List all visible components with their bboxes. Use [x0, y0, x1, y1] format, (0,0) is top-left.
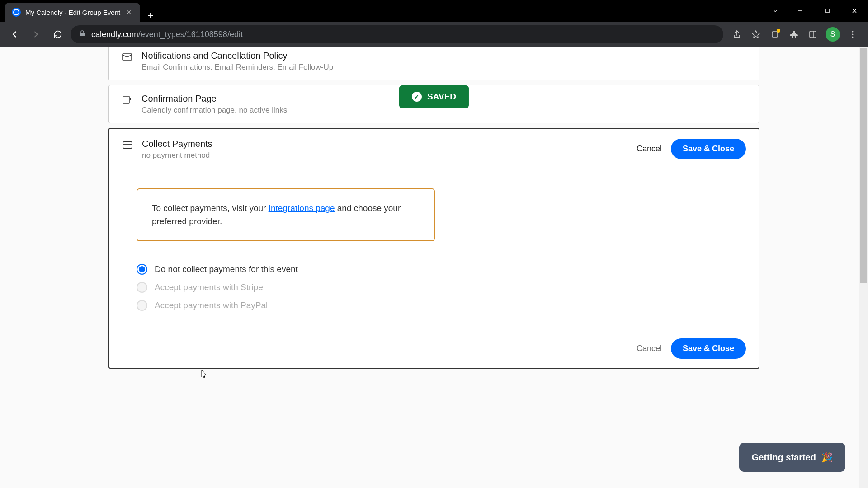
save-close-button-bottom[interactable]: Save & Close	[671, 338, 746, 359]
toast-label: SAVED	[427, 92, 456, 102]
svg-point-7	[852, 34, 854, 35]
url-text: calendly.com/event_types/161108598/edit	[91, 30, 243, 39]
section-notifications[interactable]: Notifications and Cancellation Policy Em…	[108, 47, 760, 80]
saved-toast: ✓ SAVED	[399, 85, 469, 108]
radio-paypal: Accept payments with PayPal	[137, 300, 731, 311]
extension-icon[interactable]	[769, 28, 781, 41]
close-window-button[interactable]	[841, 0, 868, 22]
tab-title: My Calendly - Edit Group Event	[25, 9, 120, 16]
new-tab-button[interactable]: +	[140, 9, 161, 22]
svg-rect-3	[772, 32, 778, 37]
cancel-link-top[interactable]: Cancel	[637, 144, 662, 154]
radio-no-payments[interactable]: Do not collect payments for this event	[137, 264, 731, 275]
profile-avatar[interactable]: S	[826, 27, 840, 42]
svg-rect-1	[826, 9, 829, 13]
integration-notice: To collect payments, visit your Integrat…	[137, 188, 435, 241]
radio-icon	[137, 282, 147, 293]
maximize-button[interactable]	[814, 0, 841, 22]
close-tab-icon[interactable]: ×	[125, 8, 133, 16]
page-viewport: ▲ Notifications and Cancellation Policy …	[0, 47, 868, 488]
cursor-icon	[199, 369, 208, 382]
payment-radio-group: Do not collect payments for this event A…	[137, 264, 731, 311]
radio-label: Accept payments with PayPal	[155, 300, 268, 310]
minimize-button[interactable]	[787, 0, 814, 22]
extensions-icon[interactable]	[788, 28, 800, 41]
address-bar[interactable]: calendly.com/event_types/161108598/edit	[71, 25, 723, 43]
reload-button[interactable]	[49, 25, 67, 43]
svg-rect-9	[123, 54, 132, 60]
section-title: Notifications and Cancellation Policy	[142, 51, 746, 61]
menu-icon[interactable]	[846, 28, 859, 41]
tabs-dropdown-icon[interactable]	[764, 0, 787, 22]
svg-rect-2	[80, 33, 85, 36]
radio-icon	[137, 300, 147, 311]
svg-rect-4	[810, 31, 816, 38]
browser-tab[interactable]: My Calendly - Edit Group Event ×	[5, 3, 140, 22]
save-close-button-top[interactable]: Save & Close	[671, 139, 746, 159]
radio-label: Accept payments with Stripe	[155, 282, 263, 292]
calendly-favicon	[12, 8, 21, 17]
cancel-link-bottom[interactable]: Cancel	[637, 344, 662, 353]
section-subtitle: no payment method	[142, 151, 627, 160]
svg-rect-10	[123, 96, 129, 103]
getting-started-label: Getting started	[752, 452, 816, 463]
check-icon: ✓	[412, 92, 422, 102]
card-icon	[122, 140, 133, 150]
section-subtitle: Email Confirmations, Email Reminders, Em…	[142, 63, 746, 72]
radio-icon	[137, 264, 147, 275]
notice-text: To collect payments, visit your Integrat…	[152, 203, 401, 226]
browser-toolbar: calendly.com/event_types/161108598/edit …	[0, 22, 868, 47]
section-payments: Collect Payments no payment method Cance…	[108, 128, 760, 369]
svg-point-8	[852, 37, 854, 38]
redirect-icon	[122, 94, 132, 105]
svg-point-6	[852, 31, 854, 33]
party-emoji-icon: 🎉	[821, 452, 833, 463]
mail-icon	[122, 52, 132, 62]
radio-stripe: Accept payments with Stripe	[137, 282, 731, 293]
bookmark-icon[interactable]	[750, 28, 762, 41]
radio-label: Do not collect payments for this event	[155, 264, 298, 274]
getting-started-button[interactable]: Getting started 🎉	[739, 443, 845, 472]
forward-button[interactable]	[27, 25, 45, 43]
back-button[interactable]	[5, 25, 24, 43]
notification-dot-icon	[777, 29, 780, 33]
side-panel-icon[interactable]	[807, 28, 819, 41]
lock-icon	[79, 30, 86, 39]
svg-rect-11	[123, 142, 132, 148]
integrations-page-link[interactable]: Integrations page	[269, 203, 335, 213]
section-title: Collect Payments	[142, 139, 627, 149]
share-icon[interactable]	[731, 28, 743, 41]
browser-titlebar: My Calendly - Edit Group Event × +	[0, 0, 868, 22]
